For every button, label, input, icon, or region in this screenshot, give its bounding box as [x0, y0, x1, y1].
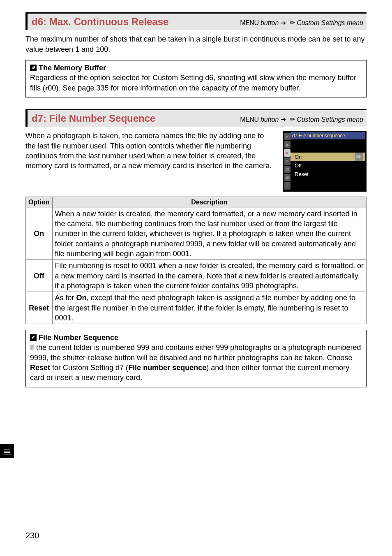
note-icon: [30, 65, 37, 71]
lcd-tab-active: ✎: [284, 149, 291, 157]
menu-word: MENU: [240, 116, 258, 123]
section-header-d6: d6: Max. Continuous Release MENU button …: [25, 12, 367, 30]
lcd-row-reset: Reset: [291, 170, 365, 178]
desc-reset: As for On, except that the next photogra…: [52, 292, 366, 324]
lcd-body: On OK Off Reset: [291, 153, 365, 178]
opt-reset: Reset: [26, 292, 53, 324]
d7-note-title: File Number Sequence: [30, 333, 362, 343]
d7-note-box: File Number Sequence If the current fold…: [25, 330, 367, 387]
d7-note-body: If the current folder is numbered 999 an…: [30, 343, 362, 382]
lcd-tab: ▤: [284, 166, 291, 173]
desc-on: When a new folder is created, the memory…: [52, 208, 366, 259]
section-title-d6: d6: Max. Continuous Release: [32, 15, 168, 28]
lcd-tabs: ▸ ◉ ✎ Y ▤ ▦ ?: [284, 133, 291, 190]
section-header-d7: d7: File Number Sequence MENU button ➜ ✎…: [25, 109, 367, 127]
col-description: Description: [52, 197, 366, 208]
d6-note-box: The Memory Buffer Regardless of the opti…: [25, 60, 367, 97]
opt-off: Off: [26, 260, 53, 292]
d6-note-title: The Memory Buffer: [30, 63, 362, 73]
d7-intro: When a photograph is taken, the camera n…: [25, 131, 275, 171]
lcd-tab: ▸: [284, 133, 291, 140]
options-table: Option Description On When a new folder …: [25, 197, 367, 324]
pencil-icon: ✎: [284, 150, 290, 156]
desc-off: File numbering is reset to 0001 when a n…: [52, 260, 366, 292]
side-tab-menu-icon: [0, 444, 14, 458]
lcd-tab: ◉: [284, 141, 291, 148]
menu-path-d7: MENU button ➜ ✎ Custom Settings menu: [240, 115, 363, 124]
lcd-row-on: On OK: [291, 153, 365, 161]
menu-word: MENU: [240, 19, 258, 26]
lcd-preview: ▸ ◉ ✎ Y ▤ ▦ ? d7 File number sequence On…: [283, 131, 367, 192]
d6-body: The maximum number of shots that can be …: [25, 34, 367, 54]
col-option: Option: [26, 197, 53, 208]
d6-note-body: Regardless of the option selected for Cu…: [30, 73, 362, 93]
table-row: Reset As for On, except that the next ph…: [26, 292, 367, 324]
lcd-tab: ▦: [284, 174, 291, 181]
lcd-title: d7 File number sequence: [291, 132, 365, 139]
menu-path-d6: MENU button ➜ ✎ Custom Settings menu: [240, 19, 363, 28]
lcd-tab: ?: [284, 182, 291, 190]
table-row: On When a new folder is created, the mem…: [26, 208, 367, 259]
section-title-d7: d7: File Number Sequence: [32, 112, 155, 125]
page-number: 230: [25, 530, 39, 541]
opt-on: On: [26, 208, 53, 259]
table-row: Off File numbering is reset to 0001 when…: [26, 260, 367, 292]
lcd-tab: Y: [284, 158, 291, 165]
caution-icon: [30, 334, 37, 341]
lcd-row-off: Off: [291, 161, 365, 170]
ok-badge: OK: [355, 153, 363, 161]
